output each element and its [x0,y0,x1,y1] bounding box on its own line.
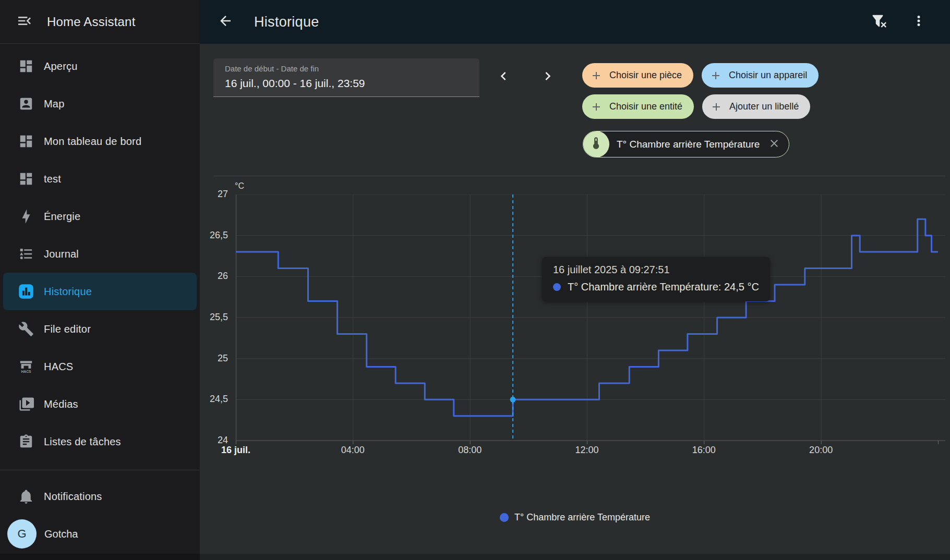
y-axis-tick: 24 [200,435,232,446]
history-content: Date de début - Date de fin 16 juil., 00… [200,44,950,560]
sidebar-header: Home Assistant [0,0,200,44]
sidebar-profile[interactable]: G Gotcha [3,515,197,553]
sidebar-item-label: Map [44,98,65,110]
x-axis-tick: 04:00 [341,445,365,456]
chart-divider [213,176,945,176]
y-axis-tick: 26,5 [200,230,232,241]
sidebar: Home Assistant AperçuMapMon tableau de b… [0,0,200,560]
filter-remove-icon [871,13,887,31]
sidebar-item-mon-tableau-de-bord[interactable]: Mon tableau de bord [3,123,197,160]
y-axis-tick: 26 [200,271,232,282]
sidebar-item-label: Aperçu [44,60,78,72]
sidebar-item-label: Médias [44,398,78,410]
chart-tooltip: 16 juillet 2025 à 09:27:51 T° Chambre ar… [542,257,770,301]
chip-label: Choisir un appareil [729,70,807,81]
tooltip-value-row: T° Chambre arrière Température: 24,5 °C [553,281,759,293]
profile-name: Gotcha [44,528,78,540]
y-axis-tick: 25 [200,353,232,364]
entity-chip-close-button[interactable] [767,138,781,151]
y-axis-tick: 25,5 [200,312,232,323]
legend-label: T° Chambre arrière Température [514,512,650,523]
plus-icon [590,69,603,82]
chart-legend[interactable]: T° Chambre arrière Température [200,512,950,523]
media-icon [17,396,34,413]
sidebar-item-label: HACS [44,361,73,373]
sidebar-item-label: test [44,173,61,185]
y-axis-tick: 27 [200,189,232,200]
tooltip-timestamp: 16 juillet 2025 à 09:27:51 [553,264,759,276]
previous-period-button[interactable] [494,68,513,87]
wrench-icon [17,321,34,338]
sidebar-item-notifications[interactable]: Notifications [3,478,197,515]
chip-choose-device[interactable]: Choisir un appareil [702,63,819,88]
tooltip-value: T° Chambre arrière Température: 24,5 °C [568,281,759,293]
sidebar-item-label: Énergie [44,211,80,223]
chip-label: Choisir une entité [609,101,682,112]
legend-dot-icon [500,513,509,522]
page-title: Historique [254,14,319,30]
sidebar-menu: AperçuMapMon tableau de bordtestÉnergieJ… [0,44,200,460]
sidebar-item-label: Notifications [44,491,102,503]
lightning-icon [17,208,34,225]
chevron-right-icon [539,68,556,87]
main-area: Historique Date de début - Date de fin 1… [200,0,950,560]
x-axis-tick: 16:00 [692,445,716,456]
sidebar-item-label: Listes de tâches [44,436,121,448]
y-axis-tick: 24,5 [200,394,232,405]
sidebar-item-journal[interactable]: Journal [3,235,197,273]
chip-label: Choisir une pièce [609,70,682,81]
plus-icon [590,101,603,113]
series-dot-icon [553,283,561,291]
avatar: G [7,519,37,549]
sidebar-item-historique[interactable]: Historique [3,273,197,310]
svg-text:HACS: HACS [21,370,31,373]
date-range-field[interactable]: Date de début - Date de fin 16 juil., 00… [213,58,479,97]
next-period-button[interactable] [538,68,557,87]
back-button[interactable] [217,13,234,31]
sidebar-item-energie[interactable]: Énergie [3,198,197,235]
chip-label: Ajouter un libellé [729,101,799,112]
clipboard-icon [17,433,34,451]
thermometer-icon [589,136,603,152]
header-bar: Historique [200,0,950,44]
plus-icon [710,69,722,82]
chip-add-label[interactable]: Ajouter un libellé [702,94,810,119]
dots-vertical-icon [911,13,927,31]
x-axis-tick: 16 juil. [221,445,250,456]
plus-icon [710,101,723,113]
close-icon [768,137,780,152]
sidebar-item-hacs[interactable]: HACSHACS [3,348,197,385]
x-axis-tick: 20:00 [809,445,833,456]
sidebar-item-label: Journal [44,248,79,260]
sidebar-item-medias[interactable]: Médias [3,385,197,423]
sidebar-item-label: Mon tableau de bord [44,136,141,148]
chip-choose-area[interactable]: Choisir une pièce [582,63,693,88]
sidebar-item-file-editor[interactable]: File editor [3,310,197,348]
bell-icon [17,488,34,505]
entity-avatar [583,131,609,157]
chip-choose-entity[interactable]: Choisir une entité [582,94,694,119]
sidebar-item-label: Historique [44,286,92,298]
chart-unit-label: °C [235,181,244,191]
filter-chips: Choisir une pièceChoisir un appareilChoi… [582,63,843,119]
arrow-left-icon [218,13,233,31]
sidebar-item-map[interactable]: Map [3,85,197,123]
entity-chip[interactable]: T° Chambre arrière Température [583,131,789,157]
account-box-icon [17,95,34,113]
temperature-chart[interactable] [236,194,945,445]
x-axis-tick: 12:00 [575,445,598,456]
menu-open-icon [16,13,33,31]
sidebar-footer: Notifications G Gotcha [0,472,200,560]
hacs-icon: HACS [17,358,34,375]
remove-filters-button[interactable] [870,13,888,31]
app-title: Home Assistant [47,15,136,29]
sidebar-item-listes-de-taches[interactable]: Listes de tâches [3,423,197,460]
view-dashboard-icon [17,58,34,75]
sidebar-item-test[interactable]: test [3,160,197,198]
view-dashboard-icon [17,133,34,150]
overflow-menu-button[interactable] [909,13,928,31]
list-type-icon [17,246,34,263]
sidebar-item-apercu[interactable]: Aperçu [3,47,197,85]
menu-toggle-button[interactable] [16,13,33,31]
sidebar-item-label: File editor [44,323,91,335]
